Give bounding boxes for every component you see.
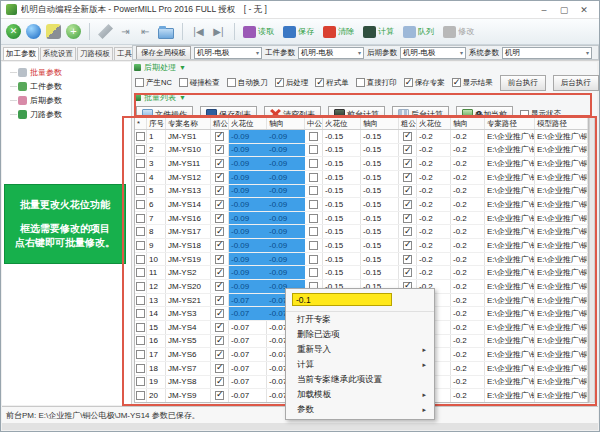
checkbox-icon[interactable] [403, 186, 412, 195]
cell-rough-spark[interactable]: -0.2 [417, 171, 451, 184]
cell-no[interactable]: 10 [147, 253, 166, 266]
cell-no[interactable]: 16 [147, 335, 166, 348]
cell-rough-axial[interactable]: -0.2 [451, 321, 485, 334]
post-option-保存专案[interactable]: 保存专案 [404, 78, 445, 88]
checkbox-icon[interactable] [215, 173, 224, 182]
cell-rough-axial[interactable]: -0.2 [451, 280, 485, 293]
cell-rough-spark[interactable]: -0.2 [417, 198, 451, 211]
header-cell-12[interactable]: 专案路径 [485, 118, 535, 129]
checkbox-icon[interactable] [309, 268, 318, 277]
cell-rough-axial[interactable]: -0.2 [451, 198, 485, 211]
cell-project-path[interactable]: E:\企业推广\铜公电极 [485, 376, 535, 389]
context-menu-item-加载模板[interactable]: 加载模板▸ [286, 387, 434, 402]
checkbox-icon[interactable] [403, 159, 412, 168]
cell-no[interactable]: 12 [147, 280, 166, 293]
import-icon[interactable]: ⇥ [118, 24, 133, 39]
cell-model-path[interactable]: E:\企业推广\铜公电极 [535, 171, 588, 184]
cell-fine-axial[interactable]: -0.09 [267, 185, 305, 198]
cell-no[interactable]: 3 [147, 157, 166, 170]
cell-model-path[interactable]: E:\企业推广\铜公电极 [535, 212, 588, 225]
cell-mid-spark[interactable]: -0.15 [323, 225, 361, 238]
cell-fine-spark[interactable]: -0.09 [229, 280, 267, 293]
checkbox-icon[interactable] [403, 132, 412, 141]
cell-model-path[interactable]: E:\企业推广\铜公电极 [535, 389, 588, 402]
close-icon[interactable]: ✕ [574, 2, 594, 18]
cell-mid-axial[interactable]: -0.15 [361, 212, 399, 225]
post-option-产生NC[interactable]: 产生NC [135, 78, 172, 88]
checkbox-icon[interactable] [215, 282, 224, 291]
cell-project-name[interactable]: JM-YS6 [166, 348, 211, 361]
cell-fine-axial[interactable]: -0.09 [267, 157, 305, 170]
cell-no[interactable]: 19 [147, 376, 166, 389]
cell-fine-spark[interactable]: -0.09 [229, 171, 267, 184]
cell-rough-axial[interactable]: -0.2 [451, 362, 485, 375]
skip-first-icon[interactable]: |◀ [191, 24, 206, 39]
cell-fine-axial[interactable]: -0.09 [267, 144, 305, 157]
cell-project-path[interactable]: E:\企业推广\铜公电极 [485, 307, 535, 320]
cell-rough-axial[interactable]: -0.2 [451, 171, 485, 184]
table-row[interactable]: 6JM-YS14-0.09-0.09-0.15-0.15-0.2-0.2E:\企… [135, 198, 588, 212]
cell-fine-axial[interactable]: -0.09 [267, 239, 305, 252]
cell-mid-spark[interactable]: -0.15 [323, 266, 361, 279]
cell-no[interactable]: 15 [147, 321, 166, 334]
checkbox-icon[interactable] [403, 200, 412, 209]
open-folder-icon[interactable] [158, 28, 174, 39]
cell-project-path[interactable]: E:\企业推广\铜公电极 [485, 225, 535, 238]
checkbox-icon[interactable] [309, 214, 318, 223]
cell-rough-spark[interactable]: -0.2 [417, 266, 451, 279]
cell-fine-spark[interactable]: -0.07 [229, 362, 267, 375]
cell-project-path[interactable]: E:\企业推广\铜公电极 [485, 348, 535, 361]
cell-rough-axial[interactable]: -0.2 [451, 212, 485, 225]
checkbox-icon[interactable] [403, 214, 412, 223]
table-row[interactable]: 4JM-YS12-0.09-0.09-0.15-0.15-0.2-0.2E:\企… [135, 171, 588, 185]
cell-no[interactable]: 13 [147, 294, 166, 307]
cell-rough-spark[interactable]: -0.2 [417, 225, 451, 238]
cell-project-path[interactable]: E:\企业推广\铜公电极 [485, 185, 535, 198]
cell-mid-axial[interactable]: -0.15 [361, 185, 399, 198]
checkbox-icon[interactable] [136, 186, 145, 195]
checkbox-icon[interactable] [215, 336, 224, 345]
checkbox-icon[interactable] [215, 350, 224, 359]
sidebar-item-2[interactable]: 工件参数 [8, 79, 131, 93]
cell-project-name[interactable]: JM-YS11 [166, 157, 211, 170]
cell-no[interactable]: 5 [147, 185, 166, 198]
checkbox-icon[interactable] [136, 200, 145, 209]
cell-mid-axial[interactable]: -0.15 [361, 144, 399, 157]
cell-rough-axial[interactable]: -0.2 [451, 185, 485, 198]
cell-model-path[interactable]: E:\企业推广\铜公电极 [535, 376, 588, 389]
cell-project-name[interactable]: JM-YS16 [166, 212, 211, 225]
checkbox-icon[interactable] [215, 132, 224, 141]
checkbox-icon[interactable] [136, 241, 145, 250]
checkbox-icon[interactable] [309, 255, 318, 264]
cell-model-path[interactable]: E:\企业推广\铜公电极 [535, 185, 588, 198]
checkbox-icon[interactable] [136, 309, 145, 318]
cell-model-path[interactable]: E:\企业推广\铜公电极 [535, 198, 588, 211]
cell-mid-spark[interactable]: -0.15 [323, 239, 361, 252]
checkbox-icon[interactable] [215, 186, 224, 195]
checkbox-icon[interactable] [315, 78, 324, 87]
sidebar-item-1[interactable]: 批量参数 [8, 65, 131, 79]
checkbox-icon[interactable] [136, 214, 145, 223]
post-option-自动换刀[interactable]: 自动换刀 [227, 78, 268, 88]
cell-project-name[interactable]: JM-YS19 [166, 253, 211, 266]
cell-fine-spark[interactable]: -0.07 [229, 294, 267, 307]
cell-project-path[interactable]: E:\企业推广\铜公电极 [485, 335, 535, 348]
toolbar-button-calculate[interactable]: 计算 [363, 26, 394, 38]
context-menu-item-删除已选项[interactable]: 删除已选项 [286, 327, 434, 342]
export-icon[interactable]: ⇤ [138, 24, 153, 39]
checkbox-icon[interactable] [136, 132, 145, 141]
checkbox-icon[interactable] [136, 159, 145, 168]
cell-project-name[interactable]: JM-YS21 [166, 294, 211, 307]
cell-rough-axial[interactable]: -0.2 [451, 335, 485, 348]
cell-fine-spark[interactable]: -0.09 [229, 239, 267, 252]
checkbox-icon[interactable] [215, 200, 224, 209]
cell-model-path[interactable]: E:\企业推广\铜公电极 [535, 307, 588, 320]
cell-mid-axial[interactable]: -0.15 [361, 266, 399, 279]
checkbox-icon[interactable] [403, 173, 412, 182]
cell-rough-axial[interactable]: -0.2 [451, 225, 485, 238]
header-cell-9[interactable]: 粗公 [399, 118, 417, 129]
checkbox-icon[interactable] [309, 159, 318, 168]
cell-mid-axial[interactable]: -0.15 [361, 239, 399, 252]
header-cell-2[interactable]: 专案名称 [166, 118, 211, 129]
cell-model-path[interactable]: E:\企业推广\铜公电极 [535, 362, 588, 375]
